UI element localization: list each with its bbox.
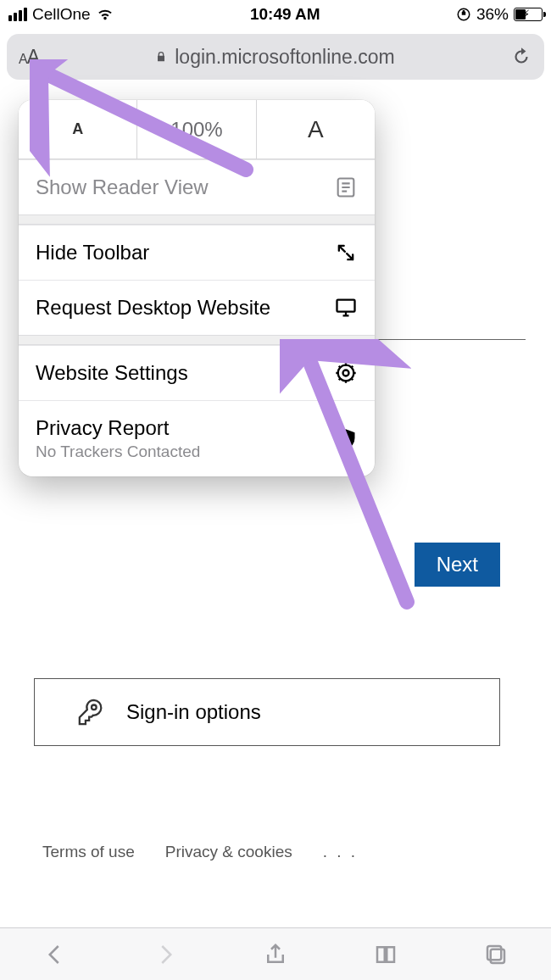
expand-icon [334, 241, 358, 264]
shield-icon [334, 427, 358, 451]
website-settings[interactable]: Website Settings [19, 345, 375, 400]
signin-options-button[interactable]: Sign-in options [34, 678, 500, 746]
desktop-icon [334, 296, 358, 320]
wifi-icon [96, 5, 114, 24]
request-desktop-website[interactable]: Request Desktop Website [19, 280, 375, 335]
lock-icon [154, 48, 168, 65]
privacy-report-label: Privacy Report [36, 416, 169, 439]
battery-icon: ⚡︎ [514, 8, 543, 21]
back-button[interactable] [42, 942, 68, 967]
next-button[interactable]: Next [415, 543, 500, 587]
svg-rect-9 [487, 946, 501, 960]
forward-button [153, 942, 178, 967]
more-link[interactable]: . . . [323, 843, 358, 861]
status-bar: CellOne 10:49 AM 36% ⚡︎ [0, 0, 551, 29]
reader-label: Show Reader View [36, 175, 334, 199]
privacy-link[interactable]: Privacy & cookies [165, 843, 292, 861]
key-icon [77, 698, 106, 727]
zoom-level[interactable]: 100% [136, 100, 255, 159]
svg-point-7 [343, 370, 349, 376]
share-button[interactable] [263, 942, 288, 967]
privacy-report[interactable]: Privacy Report No Trackers Contacted [19, 400, 375, 476]
text-size-button[interactable]: AA [19, 46, 39, 69]
battery-pct: 36% [476, 5, 509, 24]
signal-icon [8, 8, 27, 21]
privacy-report-sub: No Trackers Contacted [36, 443, 334, 461]
bottom-toolbar [0, 927, 551, 980]
aa-popover: A 100% A Show Reader View Hide Toolbar R… [19, 100, 375, 476]
svg-rect-8 [491, 949, 504, 962]
terms-link[interactable]: Terms of use [42, 843, 135, 861]
zoom-in-button[interactable]: A [256, 100, 375, 159]
request-desktop-label: Request Desktop Website [36, 296, 334, 320]
footer-links: Terms of use Privacy & cookies . . . [42, 843, 358, 861]
zoom-out-button[interactable]: A [19, 100, 136, 159]
website-settings-label: Website Settings [36, 361, 334, 385]
bookmarks-button[interactable] [373, 942, 398, 967]
show-reader-view: Show Reader View [19, 159, 375, 214]
reader-icon [334, 175, 358, 199]
hide-toolbar[interactable]: Hide Toolbar [19, 225, 375, 280]
reload-icon[interactable] [510, 46, 532, 68]
signin-options-label: Sign-in options [126, 700, 261, 724]
svg-rect-5 [337, 300, 355, 312]
clock: 10:49 AM [250, 5, 320, 24]
url-host: login.microsoftonline.com [175, 46, 395, 69]
tabs-button[interactable] [483, 942, 509, 967]
carrier-label: CellOne [32, 5, 91, 24]
hide-toolbar-label: Hide Toolbar [36, 241, 334, 264]
orientation-lock-icon [456, 7, 471, 22]
url-bar[interactable]: AA login.microsoftonline.com [7, 34, 544, 80]
gear-icon [334, 361, 358, 385]
